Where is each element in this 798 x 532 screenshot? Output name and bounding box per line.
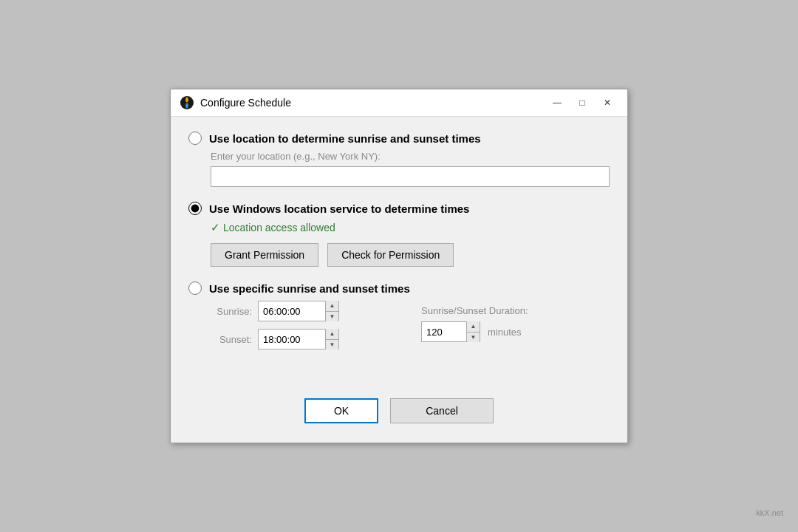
location-text-input[interactable] (211, 166, 610, 187)
main-content: Use location to determine sunrise and su… (171, 117, 627, 386)
duration-up-button[interactable]: ▲ (466, 321, 480, 332)
location-input-section: Enter your location (e.g., New York NY): (211, 151, 610, 187)
duration-down-button[interactable]: ▼ (466, 332, 480, 343)
sunset-up-button[interactable]: ▲ (325, 329, 338, 340)
radio-specific-times[interactable] (188, 282, 202, 295)
sunset-spin: ▲ ▼ (325, 329, 338, 349)
radio-windows-label: Use Windows location service to determin… (209, 202, 469, 215)
section-windows-location: Use Windows location service to determin… (188, 202, 610, 267)
sunrise-up-button[interactable]: ▲ (325, 301, 338, 312)
times-right: Sunrise/Sunset Duration: ▲ ▼ minutes (421, 301, 610, 342)
title-bar-left: Configure Schedule (180, 95, 291, 110)
sunset-down-button[interactable]: ▼ (325, 340, 338, 350)
location-hint: Enter your location (e.g., New York NY): (211, 151, 610, 162)
duration-input-wrapper: ▲ ▼ (421, 321, 480, 342)
title-bar: Configure Schedule — □ ✕ (171, 89, 627, 117)
window-title: Configure Schedule (200, 97, 291, 109)
sunrise-row: Sunrise: ▲ ▼ (211, 301, 399, 321)
duration-input[interactable] (422, 327, 466, 338)
check-permission-button[interactable]: Check for Permission (327, 243, 454, 267)
times-left: Sunrise: ▲ ▼ Sunset: (211, 301, 399, 357)
footer-buttons: OK Cancel (171, 386, 627, 438)
section-specific-times: Use specific sunrise and sunset times Su… (188, 282, 610, 357)
radio-row-3: Use specific sunrise and sunset times (188, 282, 610, 295)
close-button[interactable]: ✕ (596, 95, 618, 110)
duration-label: Sunrise/Sunset Duration: (421, 305, 528, 316)
sunrise-input-wrapper: ▲ ▼ (258, 301, 339, 321)
radio-specific-label: Use specific sunrise and sunset times (209, 282, 410, 295)
specific-times-details: Sunrise: ▲ ▼ Sunset: (211, 301, 610, 357)
maximize-button[interactable]: □ (571, 95, 593, 110)
title-bar-controls: — □ ✕ (546, 95, 618, 110)
minimize-button[interactable]: — (546, 95, 568, 110)
minutes-label: minutes (488, 327, 522, 338)
permission-status: ✓ Location access allowed (211, 221, 610, 234)
ok-button[interactable]: OK (304, 398, 378, 423)
checkmark-icon: ✓ (211, 221, 220, 234)
permission-status-text: Location access allowed (223, 222, 335, 233)
duration-spin: ▲ ▼ (466, 321, 480, 342)
radio-row-2: Use Windows location service to determin… (188, 202, 610, 215)
watermark: kkX.net (756, 508, 783, 517)
section-location: Use location to determine sunrise and su… (188, 132, 610, 187)
sunset-input[interactable] (259, 334, 325, 345)
sunrise-label: Sunrise: (211, 306, 252, 317)
app-icon (180, 95, 194, 110)
sunrise-down-button[interactable]: ▼ (325, 312, 338, 322)
permission-buttons-row: Grant Permission Check for Permission (211, 243, 610, 267)
sunset-label: Sunset: (211, 334, 252, 345)
grant-permission-button[interactable]: Grant Permission (211, 243, 318, 267)
configure-schedule-window: Configure Schedule — □ ✕ Use location to… (170, 89, 628, 443)
radio-row-1: Use location to determine sunrise and su… (188, 132, 610, 145)
sunset-row: Sunset: ▲ ▼ (211, 329, 399, 349)
radio-location[interactable] (188, 132, 202, 145)
sunset-input-wrapper: ▲ ▼ (258, 329, 339, 349)
specific-times-layout: Sunrise: ▲ ▼ Sunset: (211, 301, 610, 357)
windows-location-details: ✓ Location access allowed Grant Permissi… (211, 221, 610, 267)
sunrise-spin: ▲ ▼ (325, 301, 338, 321)
cancel-button[interactable]: Cancel (390, 398, 494, 423)
radio-location-label: Use location to determine sunrise and su… (209, 132, 481, 145)
radio-windows-location[interactable] (188, 202, 202, 215)
sunrise-input[interactable] (259, 306, 325, 317)
